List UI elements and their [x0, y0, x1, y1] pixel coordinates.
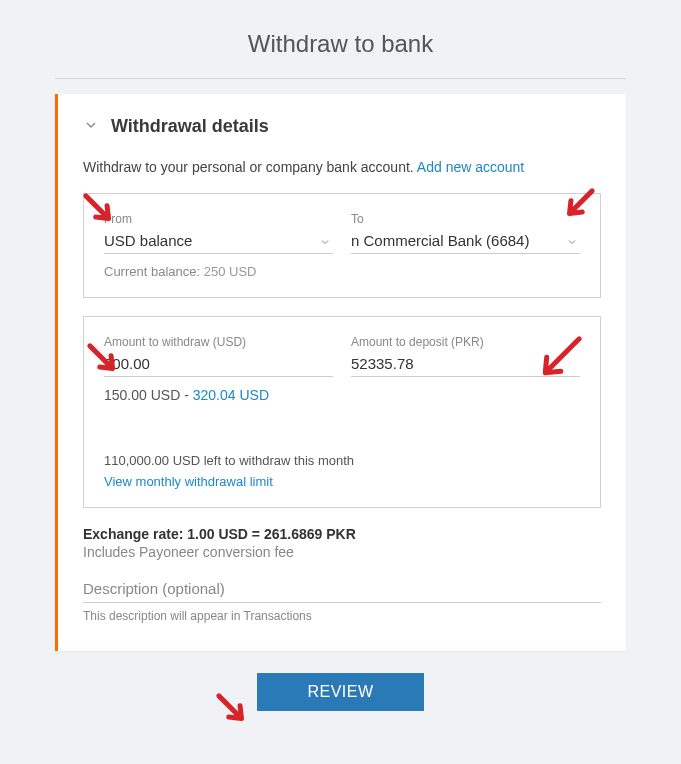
review-button[interactable]: REVIEW	[257, 673, 423, 711]
add-new-account-link[interactable]: Add new account	[417, 159, 524, 175]
chevron-down-icon	[83, 117, 99, 137]
view-monthly-limit-link[interactable]: View monthly withdrawal limit	[104, 474, 580, 489]
to-label: To	[351, 212, 580, 226]
chevron-down-icon	[319, 234, 331, 252]
from-select[interactable]: USD balance	[104, 232, 333, 254]
description-placeholder: Description (optional)	[83, 580, 601, 597]
withdraw-amount-input[interactable]: 200.00	[104, 355, 333, 377]
range-min: 150.00 USD	[104, 387, 180, 403]
to-value: n Commercial Bank (6684)	[351, 232, 580, 249]
exchange-rate: Exchange rate: 1.00 USD = 261.6869 PKR	[83, 526, 601, 542]
top-divider	[55, 78, 626, 79]
amount-range: 150.00 USD - 320.04 USD	[104, 387, 580, 403]
range-max: 320.04 USD	[193, 387, 269, 403]
withdraw-amount-field: Amount to withdraw (USD) 200.00	[104, 335, 333, 377]
description-hint: This description will appear in Transact…	[83, 609, 601, 623]
page-title: Withdraw to bank	[0, 0, 681, 78]
conversion-fee-note: Includes Payoneer conversion fee	[83, 544, 601, 560]
to-field: To n Commercial Bank (6684)	[351, 212, 580, 254]
account-box: From USD balance To n Commercial Bank (6…	[83, 193, 601, 298]
section-header[interactable]: Withdrawal details	[83, 116, 601, 137]
intro-text-span: Withdraw to your personal or company ban…	[83, 159, 417, 175]
withdrawal-card: Withdrawal details Withdraw to your pers…	[55, 94, 626, 651]
from-value: USD balance	[104, 232, 333, 249]
to-select[interactable]: n Commercial Bank (6684)	[351, 232, 580, 254]
deposit-amount-value: 52335.78	[351, 355, 580, 372]
deposit-amount-field: Amount to deposit (PKR) 52335.78	[351, 335, 580, 377]
amount-box: Amount to withdraw (USD) 200.00 Amount t…	[83, 316, 601, 508]
withdraw-amount-label: Amount to withdraw (USD)	[104, 335, 333, 349]
from-field: From USD balance	[104, 212, 333, 254]
deposit-amount-label: Amount to deposit (PKR)	[351, 335, 580, 349]
remaining-limit: 110,000.00 USD left to withdraw this mon…	[104, 453, 580, 468]
description-input[interactable]: Description (optional)	[83, 580, 601, 603]
withdraw-amount-value: 200.00	[104, 355, 333, 372]
balance-value: 250 USD	[204, 264, 257, 279]
current-balance: Current balance: 250 USD	[104, 264, 580, 279]
from-label: From	[104, 212, 333, 226]
range-sep: -	[180, 387, 192, 403]
annotation-arrow	[203, 680, 263, 744]
balance-label: Current balance:	[104, 264, 200, 279]
deposit-amount-input[interactable]: 52335.78	[351, 355, 580, 377]
intro-text: Withdraw to your personal or company ban…	[83, 159, 601, 175]
chevron-down-icon	[566, 234, 578, 252]
section-title: Withdrawal details	[111, 116, 269, 137]
